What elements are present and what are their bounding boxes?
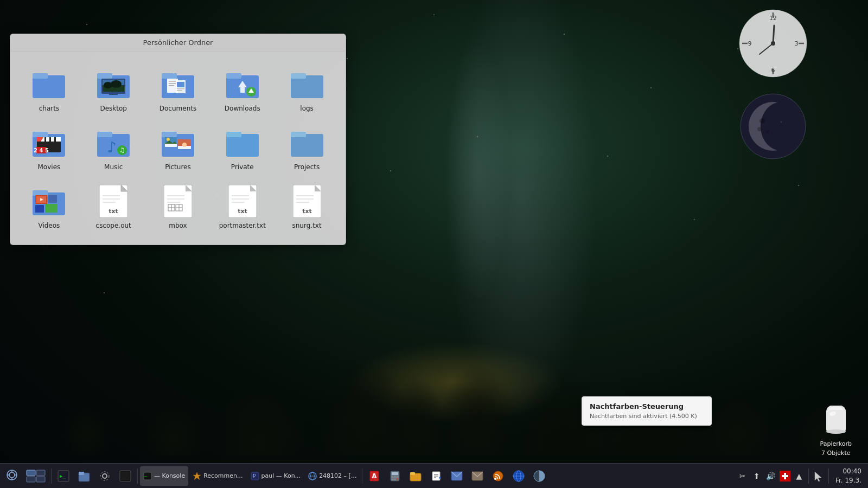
taskbar-paul-kon[interactable]: P paul — Kon...: [247, 466, 304, 486]
svg-rect-45: [291, 73, 306, 79]
tray-cursor-icon: [812, 470, 824, 482]
svg-point-133: [103, 474, 107, 478]
svg-rect-30: [162, 73, 177, 79]
taskbar-recommend[interactable]: Recommen...: [189, 466, 246, 486]
file-item-music[interactable]: ♪ ♫ Music: [84, 121, 144, 175]
svg-text:A: A: [372, 472, 378, 480]
svg-point-168: [513, 471, 524, 481]
svg-marker-83: [40, 198, 43, 201]
svg-rect-69: [178, 139, 191, 146]
file-item-portmaster[interactable]: txt portmaster.txt: [212, 179, 272, 234]
svg-rect-132: [79, 472, 84, 475]
taskbar-mail-icon[interactable]: [447, 466, 467, 486]
svg-text:P: P: [253, 473, 256, 479]
svg-rect-102: [228, 185, 257, 217]
tooltip-title: Nachtfarben-Steuerung: [590, 402, 704, 410]
file-label: portmaster.txt: [219, 222, 266, 229]
desktop: 12 3 6 9 Persönlicher Ordner: [0, 0, 868, 488]
file-label: logs: [300, 105, 314, 112]
paul-kon-label: paul — Kon...: [261, 472, 301, 479]
file-item-cscope[interactable]: txt cscope.out: [84, 179, 144, 234]
taskbar-rss-icon[interactable]: [488, 466, 508, 486]
svg-rect-84: [99, 185, 127, 217]
svg-rect-151: [397, 476, 398, 478]
trash-label2: 7 Objekte: [821, 450, 850, 457]
folder-icon-projects: [290, 125, 324, 160]
taskbar-terminal2-icon[interactable]: [116, 466, 135, 486]
file-item-logs[interactable]: logs: [277, 62, 337, 117]
tray-upload-icon[interactable]: ⬆: [751, 470, 763, 482]
svg-point-170: [516, 471, 521, 481]
svg-marker-109: [315, 185, 321, 191]
svg-point-166: [494, 478, 496, 480]
svg-rect-39: [226, 75, 259, 98]
svg-rect-76: [33, 192, 65, 215]
svg-marker-177: [815, 472, 821, 481]
svg-rect-29: [162, 75, 194, 98]
svg-rect-19: [33, 73, 48, 79]
taskbar-settings-icon[interactable]: [95, 466, 114, 486]
tray-volume-icon[interactable]: 🔊: [765, 470, 777, 482]
tray-flag-icon[interactable]: [779, 470, 791, 482]
tray-scissors-icon[interactable]: ✂: [737, 470, 749, 482]
file-item-mbox[interactable]: mbox: [148, 179, 208, 234]
txt-file-icon-portmaster: txt: [225, 184, 260, 219]
taskbar-network[interactable]: 248102 – [...: [305, 466, 360, 486]
clock-separator: [828, 468, 829, 484]
taskbar-browser-icon[interactable]: [509, 466, 528, 486]
svg-point-118: [829, 410, 837, 417]
svg-rect-136: [121, 472, 130, 480]
file-item-charts[interactable]: charts: [19, 62, 79, 117]
svg-text:2 4 5: 2 4 5: [34, 147, 49, 153]
taskbar-edit-icon[interactable]: [426, 466, 446, 486]
svg-point-11: [771, 41, 775, 46]
svg-rect-44: [291, 75, 323, 98]
file-item-movies[interactable]: 2 4 5 Movies: [19, 121, 79, 175]
taskbar-calc-icon[interactable]: [385, 466, 405, 486]
svg-text:♪: ♪: [107, 138, 117, 156]
taskbar-clock[interactable]: 00:40 Fr. 19.3.: [831, 467, 866, 485]
svg-point-71: [182, 143, 187, 147]
file-label: Music: [104, 163, 123, 171]
svg-rect-77: [33, 190, 48, 196]
file-item-documents[interactable]: Documents: [148, 62, 208, 117]
svg-rect-75: [291, 132, 306, 137]
svg-rect-140: [251, 472, 259, 480]
svg-marker-103: [250, 185, 257, 191]
svg-rect-35: [176, 80, 186, 93]
svg-rect-91: [164, 185, 192, 217]
svg-rect-148: [392, 472, 398, 475]
svg-rect-82: [45, 204, 57, 213]
svg-text:txt: txt: [302, 208, 312, 215]
svg-rect-51: [44, 137, 46, 142]
svg-point-0: [739, 10, 807, 77]
workspace-switcher[interactable]: [23, 466, 49, 486]
tray-expand-icon[interactable]: ▲: [793, 470, 805, 482]
window-title: Persönlicher Ordner: [10, 34, 346, 52]
trash-widget[interactable]: Papierkorb 7 Objekte: [820, 406, 852, 457]
svg-rect-147: [391, 471, 399, 481]
file-item-videos[interactable]: Videos: [19, 179, 79, 234]
taskbar-konsole[interactable]: — — Konsole: [140, 466, 188, 486]
file-item-private[interactable]: Private: [212, 121, 272, 175]
file-item-snurg[interactable]: txt snurg.txt: [277, 179, 337, 234]
svg-point-172: [534, 471, 545, 481]
file-item-pictures[interactable]: Pictures: [148, 121, 208, 175]
taskbar-mail2-icon[interactable]: [468, 466, 487, 486]
taskbar-folder-icon[interactable]: [406, 466, 425, 486]
svg-rect-163: [451, 472, 462, 480]
file-item-downloads[interactable]: Downloads: [212, 62, 272, 117]
svg-rect-33: [169, 83, 176, 84]
svg-rect-22: [97, 73, 112, 79]
file-item-projects[interactable]: Projects: [277, 121, 337, 175]
taskbar-terminal-icon[interactable]: ▶_: [54, 466, 73, 486]
svg-rect-152: [392, 479, 393, 480]
txt-file-icon-snurg: txt: [290, 184, 324, 219]
file-item-desktop[interactable]: Desktop: [84, 62, 144, 117]
taskbar-filemanager-icon[interactable]: [74, 466, 94, 486]
svg-rect-116: [826, 410, 846, 432]
taskbar-apps-menu[interactable]: [2, 466, 22, 486]
taskbar-dict-icon[interactable]: A: [365, 466, 384, 486]
svg-rect-127: [27, 477, 35, 482]
taskbar-nightmode-icon[interactable]: [529, 466, 549, 486]
